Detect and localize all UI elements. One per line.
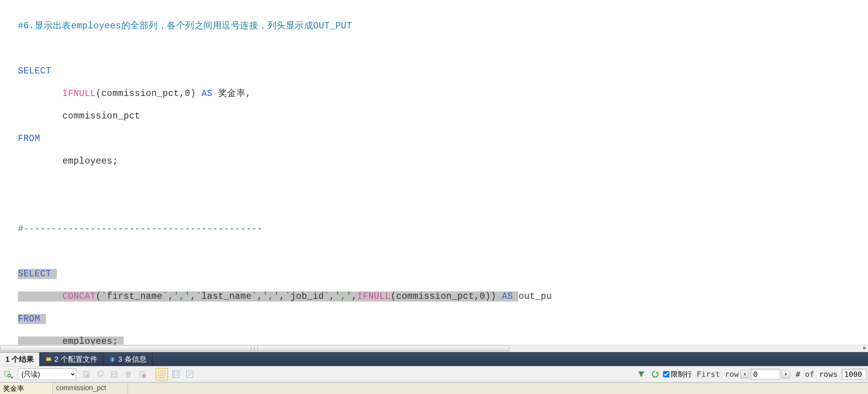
num-rows-input[interactable]: [842, 369, 866, 380]
tab-label: 2 个配置文件: [54, 354, 98, 364]
comma: ,: [168, 291, 173, 302]
tab-result-1[interactable]: 1 个结果: [0, 352, 40, 366]
refresh-button[interactable]: [649, 368, 662, 380]
str-comma: ',': [262, 291, 279, 302]
svg-rect-1: [47, 359, 50, 360]
keyword-from: FROM: [18, 314, 40, 324]
tab-label: 1 个结果: [5, 354, 34, 364]
str-comma: ',': [335, 291, 352, 302]
keyword-as: AS: [496, 291, 518, 302]
paren-open: (: [96, 291, 101, 302]
code-comment: #6.显示出表employees的全部列，各个列之间用逗号连接，列头显示成OUT…: [18, 21, 352, 31]
tab-label: 3 条信息: [118, 354, 147, 364]
results-tabbar: 1 个结果 2 个配置文件 i 3 条信息: [0, 352, 868, 366]
alias: 奖金率,: [218, 89, 251, 99]
cancel-row-button[interactable]: [136, 368, 149, 380]
comma: ,: [279, 291, 285, 302]
fn-ifnull: IFNULL: [357, 291, 391, 302]
duplicate-row-button[interactable]: [94, 368, 107, 380]
fn-args: (commission_pct,0): [96, 89, 196, 99]
col-first-name: `first_name`: [102, 291, 168, 302]
limit-rows-checkbox[interactable]: 限制行: [663, 370, 692, 379]
num-rows-label: # of rows: [796, 370, 838, 379]
save-button[interactable]: [108, 368, 121, 380]
comma: ,: [190, 291, 196, 302]
insert-row-button[interactable]: [80, 368, 93, 380]
svg-rect-10: [112, 372, 115, 374]
keyword-select: SELECT: [18, 269, 51, 279]
view-text-button[interactable]: [184, 368, 196, 380]
info-icon: i: [109, 356, 116, 363]
keyword-select: SELECT: [18, 66, 51, 76]
svg-rect-9: [99, 371, 103, 375]
editor-horizontal-scrollbar[interactable]: ||| ▶: [0, 345, 868, 352]
limit-rows-input[interactable]: [663, 371, 669, 377]
view-form-button[interactable]: [170, 368, 182, 380]
alias-outpu: out_pu: [518, 291, 552, 302]
col-last-name: `last_name`: [196, 291, 257, 302]
scrollbar-arrow-right-icon[interactable]: ▶: [861, 345, 868, 352]
tab-profile-2[interactable]: 2 个配置文件: [40, 352, 103, 366]
svg-rect-15: [159, 371, 165, 378]
first-row-prev-button[interactable]: [740, 370, 749, 378]
fn-concat: CONCAT: [62, 291, 96, 302]
comma: ,: [329, 291, 335, 302]
svg-rect-12: [126, 372, 131, 373]
str-comma: ',': [174, 291, 191, 302]
table-name: employees;: [62, 156, 118, 166]
fn-args: (commission_pct,0)): [390, 291, 496, 302]
col-job-id: `job_id`: [285, 291, 329, 302]
first-row-next-button[interactable]: [782, 370, 790, 378]
sql-editor-pane[interactable]: #6.显示出表employees的全部列，各个列之间用逗号连接，列头显示成OUT…: [0, 0, 868, 345]
col-header-bonus-rate[interactable]: 奖金率: [0, 383, 53, 394]
keyword-as: AS: [196, 89, 218, 99]
results-toolbar: ▼ (只读) 限制行 First row # of r: [0, 366, 868, 382]
svg-rect-17: [173, 372, 176, 377]
col-header-commission-pct[interactable]: commission_pct: [53, 383, 128, 394]
svg-text:i: i: [112, 357, 113, 361]
scrollbar-thumb[interactable]: |||: [0, 345, 509, 351]
tab-messages-3[interactable]: i 3 条信息: [103, 352, 152, 366]
add-row-button[interactable]: ▼: [2, 368, 14, 380]
table-name: employees;: [62, 336, 118, 345]
fn-ifnull: IFNULL: [62, 89, 96, 99]
comma: ,: [352, 291, 357, 302]
first-row-input[interactable]: [751, 369, 780, 380]
view-grid-button[interactable]: [156, 368, 168, 380]
filter-button[interactable]: [635, 368, 648, 380]
separator-comment: #---------------------------------------…: [18, 224, 262, 234]
result-table-header: 奖金率 commission_pct: [0, 382, 868, 394]
keyword-from: FROM: [18, 134, 40, 144]
column: commission_pct: [62, 111, 140, 121]
scrollbar-grip-icon: |||: [250, 346, 260, 351]
delete-row-button[interactable]: [122, 368, 135, 380]
svg-rect-11: [112, 375, 116, 377]
comma: ,: [257, 291, 262, 302]
limit-rows-label: 限制行: [671, 370, 692, 379]
profile-icon: [45, 356, 52, 363]
first-row-label: First row: [696, 370, 738, 379]
edit-mode-select[interactable]: (只读): [18, 368, 76, 380]
